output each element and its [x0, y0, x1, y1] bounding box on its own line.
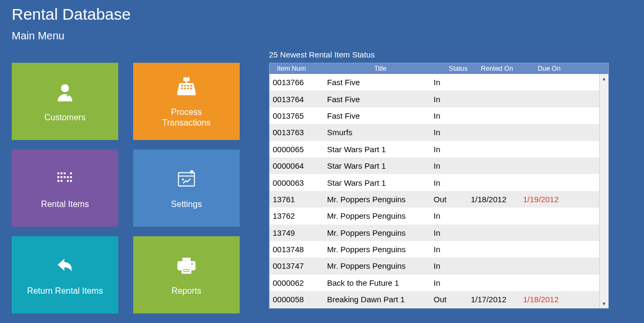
cell: In [434, 245, 471, 254]
tile-label: Rental Items [41, 199, 89, 209]
cell: Star Wars Part 1 [327, 178, 434, 187]
tile-process-transactions[interactable]: Process Transactions [133, 63, 240, 140]
tile-customers[interactable]: Customers [12, 63, 118, 140]
svg-rect-26 [178, 172, 194, 186]
table-row[interactable]: 13762Mr. Poppers PenguinsIn [270, 208, 599, 224]
cell: 13761 [270, 195, 327, 204]
cell: Mr. Poppers Penguins [327, 211, 434, 220]
svg-rect-13 [58, 172, 60, 175]
cell: Star Wars Part 1 [327, 161, 434, 170]
vertical-scrollbar[interactable]: ▲ ▼ [599, 74, 608, 308]
cell: 13762 [270, 211, 327, 220]
svg-rect-23 [61, 180, 63, 182]
tile-label: Settings [171, 199, 202, 209]
svg-rect-6 [184, 85, 186, 87]
table-row[interactable]: 0000058Breaking Dawn Part 1Out1/17/20121… [270, 291, 599, 308]
svg-rect-8 [190, 85, 192, 87]
tile-return-rental-items[interactable]: Return Rental Items [12, 236, 118, 313]
svg-rect-4 [177, 93, 196, 96]
cell: Star Wars Part 1 [327, 145, 434, 154]
cell: 0000064 [270, 161, 327, 170]
cell: In [434, 161, 471, 170]
svg-point-0 [61, 84, 69, 92]
table-row[interactable]: 0013763SmurfsIn [270, 124, 599, 140]
table-row[interactable]: 0013747Mr. Poppers PenguinsIn [270, 258, 599, 274]
table-row[interactable]: 0013764Fast FiveIn [270, 90, 599, 107]
tile-grid: Customers Process Transactions [12, 63, 240, 313]
cell: 13749 [270, 228, 327, 237]
svg-rect-12 [190, 88, 192, 89]
cell: In [434, 278, 471, 287]
cell: In [434, 111, 471, 120]
tile-label: Reports [172, 286, 201, 296]
cell: 1/19/2012 [523, 195, 575, 204]
col-header-item-num[interactable]: Item Num [270, 65, 327, 72]
svg-rect-15 [64, 172, 66, 175]
svg-rect-19 [64, 176, 66, 178]
table-row[interactable]: 13749Mr. Poppers PenguinsIn [270, 225, 599, 241]
cell: Mr. Poppers Penguins [327, 195, 434, 204]
svg-rect-1 [67, 95, 68, 96]
svg-rect-11 [187, 88, 189, 89]
grid-header: Item Num Title Status Rented On Due On [270, 63, 608, 74]
app-title: Rental Database [12, 5, 131, 23]
table-row[interactable]: 0000065Star Wars Part 1In [270, 141, 599, 158]
svg-rect-21 [70, 176, 72, 178]
table-row[interactable]: 0000062Back to the Future 1In [270, 275, 599, 291]
tile-reports[interactable]: Reports [133, 236, 240, 313]
scroll-up-button[interactable]: ▲ [600, 74, 608, 83]
tile-label: Return Rental Items [27, 286, 103, 296]
table-row[interactable]: 0013748Mr. Poppers PenguinsIn [270, 241, 599, 258]
table-row[interactable]: 0013766Fast FiveIn [270, 74, 599, 90]
col-header-rented-on[interactable]: Rented On [471, 65, 523, 72]
svg-rect-22 [58, 180, 60, 182]
svg-rect-30 [182, 268, 191, 274]
col-header-title[interactable]: Title [327, 65, 434, 72]
table-row[interactable]: 0000064Star Wars Part 1In [270, 158, 599, 174]
tile-rental-items[interactable]: Rental Items [12, 150, 118, 227]
cell: Back to the Future 1 [327, 278, 434, 287]
table-row[interactable]: 13761Mr. Poppers PenguinsOut1/18/20121/1… [270, 191, 599, 208]
cell: In [434, 228, 471, 237]
svg-rect-17 [58, 176, 60, 178]
table-row[interactable]: 0013765Fast FiveIn [270, 107, 599, 124]
cell: In [434, 95, 471, 104]
cell: Mr. Poppers Penguins [327, 228, 434, 237]
col-header-status[interactable]: Status [434, 65, 471, 72]
svg-rect-7 [187, 85, 189, 87]
svg-rect-5 [181, 85, 183, 87]
cell: In [434, 78, 471, 87]
cell: Mr. Poppers Penguins [327, 245, 434, 254]
tile-settings[interactable]: Settings [133, 150, 240, 227]
customer-icon [50, 80, 80, 105]
cell: 1/17/2012 [471, 295, 523, 304]
svg-rect-16 [70, 172, 72, 175]
cell: 0000063 [270, 178, 327, 187]
svg-point-31 [191, 263, 193, 264]
cell: 0013748 [270, 245, 327, 254]
scroll-down-button[interactable]: ▼ [600, 299, 608, 308]
table-row[interactable]: 0000063Star Wars Part 1In [270, 174, 599, 191]
settings-window-icon [172, 167, 201, 192]
undo-icon [50, 254, 80, 278]
cell: Smurfs [327, 128, 434, 137]
col-header-due-on[interactable]: Due On [523, 65, 575, 72]
cell: In [434, 261, 471, 270]
svg-rect-10 [184, 88, 186, 89]
tile-label: Customers [44, 112, 85, 122]
panel-title: 25 Newest Rental Item Status [269, 50, 374, 59]
tile-label: Process Transactions [162, 107, 211, 127]
svg-rect-3 [186, 81, 188, 84]
cell: 0013763 [270, 128, 327, 137]
svg-rect-29 [182, 258, 191, 261]
cell: 0000058 [270, 295, 327, 304]
printer-icon [172, 254, 201, 278]
cell: 0013764 [270, 95, 327, 104]
cell: Out [434, 195, 471, 204]
cell: 1/18/2012 [471, 195, 523, 204]
cell: In [434, 128, 471, 137]
cell: Out [434, 295, 471, 304]
svg-rect-14 [61, 172, 63, 175]
cell: 0013766 [270, 78, 327, 87]
cell: 1/18/2012 [523, 295, 575, 304]
